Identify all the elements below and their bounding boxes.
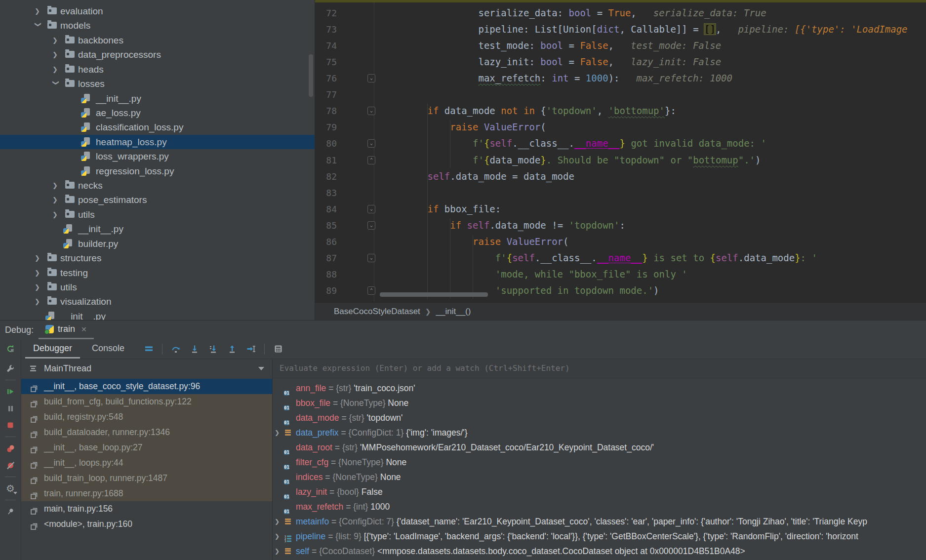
tree-item-losses[interactable]: ❯losses [0, 77, 315, 91]
primitive-variable-icon: 01 [284, 473, 289, 484]
fold-down-icon[interactable]: ⌄ [367, 254, 375, 262]
variable-row-ann_file[interactable]: 01ann_file = {str} 'train_coco.json' [273, 381, 926, 396]
fold-up-icon[interactable]: ⌃ [367, 286, 375, 295]
fold-down-icon[interactable]: ⌄ [367, 74, 375, 82]
frame-label: build_from_cfg, build_functions.py:122 [44, 394, 192, 409]
hamburger-icon[interactable] [143, 344, 154, 355]
tree-item-utils[interactable]: ❯utils [0, 280, 315, 294]
variable-row-data_root[interactable]: 01data_root = {str} 'MMPosehomework/Ear2… [273, 440, 926, 455]
step-out-icon[interactable] [227, 344, 238, 355]
variable-row-indices[interactable]: 01indices = {NoneType} None [273, 470, 926, 484]
run-indicator-icon [44, 329, 49, 334]
stack-frame[interactable]: build_from_cfg, build_functions.py:122 [21, 394, 272, 409]
tree-item-ae-loss-py[interactable]: ae_loss.py [0, 106, 315, 120]
variable-row-pipeline[interactable]: ❯123pipeline = {list: 9} [{'type': 'Load… [273, 529, 926, 544]
view-breakpoints-icon[interactable] [4, 442, 17, 455]
mute-breakpoints-icon[interactable] [4, 459, 17, 472]
force-step-into-icon[interactable] [208, 344, 219, 355]
tab-debugger[interactable]: Debugger [25, 339, 80, 359]
tree-item--init-py[interactable]: __init__.py [0, 222, 315, 236]
tree-item-label: ae_loss.py [96, 106, 141, 120]
chevron-down-icon[interactable]: ❯ [49, 80, 63, 88]
tree-item-utils[interactable]: ❯utils [0, 207, 315, 222]
tree-item-testing[interactable]: ❯testing [0, 266, 315, 280]
settings-gear-icon[interactable]: ⚙ [4, 482, 17, 495]
fold-down-icon[interactable]: ⌄ [367, 139, 375, 148]
rerun-icon[interactable] [4, 342, 17, 355]
chevron-right-icon[interactable]: ❯ [52, 193, 60, 207]
tree-item-heatmap-loss-py[interactable]: heatmap_loss.py [0, 135, 315, 149]
tree-item-builder-py[interactable]: builder.py [0, 237, 315, 251]
step-over-icon[interactable] [170, 344, 181, 355]
variable-row-data_mode[interactable]: 01data_mode = {str} 'topdown' [273, 410, 926, 425]
chevron-right-icon[interactable]: ❯ [52, 207, 60, 222]
run-config-tab[interactable]: train ✕ [39, 320, 94, 339]
pause-icon[interactable] [4, 402, 17, 415]
tree-item-loss-wrappers-py[interactable]: loss_wrappers.py [0, 149, 315, 163]
tree-item-classification-loss-py[interactable]: classification_loss.py [0, 120, 315, 134]
tree-item-visualization[interactable]: ❯visualization [0, 294, 315, 309]
variable-row-filter_cfg[interactable]: 01filter_cfg = {NoneType} None [273, 455, 926, 470]
variable-value: None [380, 472, 401, 482]
stack-frame[interactable]: __init__, base_loop.py:27 [21, 440, 272, 455]
primitive-variable-icon: 01 [284, 488, 289, 499]
expand-chevron-icon[interactable]: ❯ [275, 544, 282, 559]
stop-icon[interactable] [4, 419, 17, 432]
stack-frame[interactable]: train, runner.py:1688 [21, 486, 272, 501]
evaluate-expression-icon[interactable] [273, 344, 283, 355]
stack-frame[interactable]: main, train.py:156 [21, 501, 272, 517]
chevron-right-icon[interactable]: ❯ [52, 62, 60, 77]
stack-frame[interactable]: build, registry.py:548 [21, 409, 272, 425]
chevron-down-icon[interactable]: ❯ [31, 22, 45, 30]
pin-icon[interactable] [4, 505, 17, 518]
tree-item-pose-estimators[interactable]: ❯pose_estimators [0, 193, 315, 207]
run-to-cursor-icon[interactable] [245, 344, 256, 355]
breadcrumb-class[interactable]: BaseCocoStyleDataset [334, 307, 420, 316]
tree-item-necks[interactable]: ❯necks [0, 178, 315, 193]
chevron-right-icon[interactable]: ❯ [35, 294, 42, 309]
stack-frame[interactable]: build_dataloader, runner.py:1346 [21, 425, 272, 440]
expand-chevron-icon[interactable]: ❯ [275, 425, 282, 440]
stack-frame[interactable]: __init__, loops.py:44 [21, 455, 272, 471]
chevron-right-icon[interactable]: ❯ [35, 266, 42, 280]
tree-item-backbones[interactable]: ❯backbones [0, 33, 315, 47]
resume-icon[interactable] [4, 385, 17, 398]
chevron-right-icon[interactable]: ❯ [52, 47, 60, 62]
fold-down-icon[interactable]: ⌄ [367, 107, 375, 115]
stack-frame[interactable]: __init__, base_coco_style_dataset.py:96 [21, 379, 272, 394]
wrench-icon[interactable] [4, 362, 17, 375]
variable-row-self[interactable]: ❯self = {CocoDataset} <mmpose.datasets.d… [273, 544, 926, 559]
variable-row-max_refetch[interactable]: 01max_refetch = {int} 1000 [273, 499, 926, 514]
tree-item-regression-loss-py[interactable]: regression_loss.py [0, 164, 315, 178]
variable-row-metainfo[interactable]: ❯metainfo = {ConfigDict: 7} {'dataset_na… [273, 514, 926, 529]
expand-chevron-icon[interactable]: ❯ [275, 514, 282, 529]
tree-item-heads[interactable]: ❯heads [0, 62, 315, 77]
variable-row-bbox_file[interactable]: 01bbox_file = {NoneType} None [273, 396, 926, 410]
expand-chevron-icon[interactable]: ❯ [275, 529, 282, 544]
fold-down-icon[interactable]: ⌄ [367, 221, 375, 230]
variable-row-lazy_init[interactable]: 01lazy_init = {bool} False [273, 484, 926, 499]
chevron-right-icon[interactable]: ❯ [52, 178, 60, 193]
code-editor[interactable]: 72 serialize_data: bool = True,serialize… [315, 0, 926, 320]
variable-row-data_prefix[interactable]: ❯data_prefix = {ConfigDict: 1} {'img': '… [273, 425, 926, 440]
editor-horizontal-scrollbar[interactable] [380, 292, 488, 297]
tree-item-evaluation[interactable]: ❯evaluation [0, 4, 315, 18]
breadcrumb-method[interactable]: __init__() [436, 307, 471, 316]
step-into-icon[interactable] [189, 344, 200, 355]
chevron-right-icon[interactable]: ❯ [35, 4, 42, 18]
debug-panel: Debug: train ✕ ⚙ Debugger Console MainTh… [0, 320, 926, 560]
chevron-right-icon[interactable]: ❯ [35, 280, 42, 294]
tree-item-structures[interactable]: ❯structures [0, 251, 315, 265]
fold-down-icon[interactable]: ⌄ [367, 205, 375, 213]
tree-item-data-preprocessors[interactable]: ❯data_preprocessors [0, 47, 315, 62]
fold-up-icon[interactable]: ⌃ [367, 156, 375, 164]
tree-item--init-py[interactable]: __init__.py [0, 91, 315, 106]
tree-item--init-py[interactable]: __init__.py [0, 309, 315, 320]
tab-console[interactable]: Console [84, 339, 132, 359]
stack-frame[interactable]: <module>, train.py:160 [21, 517, 272, 532]
chevron-right-icon[interactable]: ❯ [35, 251, 42, 265]
stack-frame[interactable]: build_train_loop, runner.py:1487 [21, 471, 272, 486]
close-icon[interactable]: ✕ [81, 325, 87, 333]
tree-item-models[interactable]: ❯models [0, 18, 315, 33]
chevron-right-icon[interactable]: ❯ [52, 33, 60, 47]
